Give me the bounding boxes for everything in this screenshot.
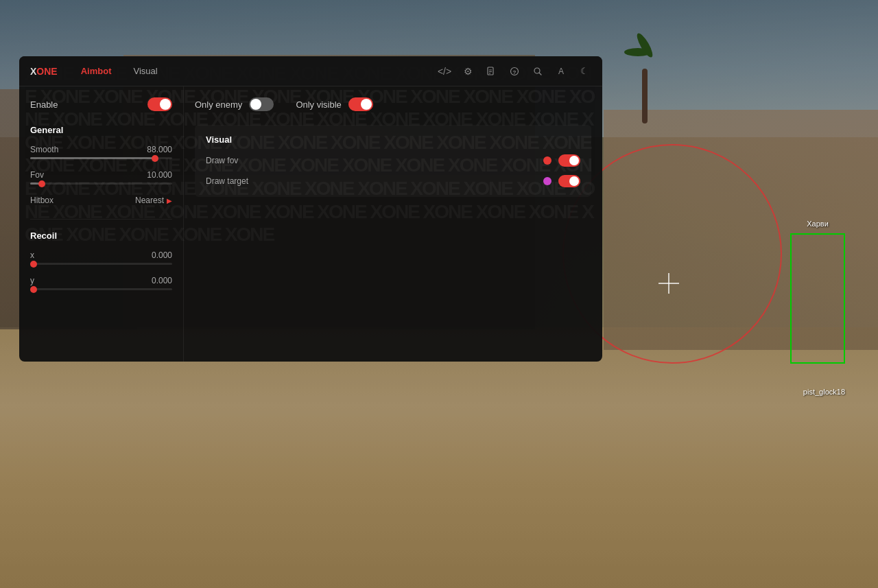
help-icon[interactable]: ? [508, 64, 521, 78]
logo-x: X [30, 66, 36, 77]
document-icon[interactable] [484, 64, 498, 78]
translate-icon[interactable]: A [554, 64, 568, 78]
visual-section-header: Visual [206, 134, 580, 145]
only-visible-control: Only visible [296, 97, 372, 111]
header-icons: </> ⚙ ? [438, 64, 591, 78]
recoil-y-label-row: y 0.000 [30, 276, 172, 285]
search-icon[interactable] [531, 64, 545, 78]
fov-row: Fov 10.000 [30, 170, 172, 185]
draw-target-row: Draw target [206, 175, 580, 187]
smooth-label: Smooth [30, 145, 58, 154]
gear-icon[interactable]: ⚙ [461, 64, 475, 78]
smooth-label-row: Smooth 88.000 [30, 145, 172, 154]
panel-content: Enable General Smooth 88.000 Fov [19, 86, 602, 362]
crosshair [658, 273, 679, 294]
logo: X ONE [30, 66, 58, 77]
recoil-header: Recoil [30, 231, 172, 241]
nav-tabs: Aimbot Visual [71, 62, 438, 80]
main-panel: XONE XONE XONE XONE XONE XONE XONE XONE … [19, 56, 602, 362]
hitbox-value-text: Nearest [135, 196, 164, 205]
recoil-y-value: 0.000 [152, 276, 172, 285]
right-panel: Only enemy Only visible Visual Draw fov [184, 86, 602, 362]
draw-fov-label: Draw fov [206, 156, 536, 165]
only-visible-label: Only visible [296, 99, 341, 110]
tab-aimbot[interactable]: Aimbot [71, 62, 121, 80]
hitbox-arrow-icon: ▶ [167, 197, 172, 204]
enable-label: Enable [30, 99, 58, 110]
only-enemy-control: Only enemy [195, 97, 274, 111]
enemy-name-label: Харви [807, 220, 829, 228]
hitbox-value[interactable]: Nearest ▶ [135, 196, 172, 205]
recoil-x-label: x [30, 250, 34, 260]
separator [30, 219, 172, 220]
top-controls: Only enemy Only visible [195, 97, 591, 111]
enable-row: Enable [30, 97, 172, 111]
recoil-section: Recoil x 0.000 y 0.000 [30, 231, 172, 290]
draw-target-label: Draw target [206, 176, 536, 186]
weapon-label: pist_glock18 [803, 388, 845, 396]
recoil-x-value: 0.000 [152, 250, 172, 260]
hitbox-row: Hitbox Nearest ▶ [30, 196, 172, 205]
recoil-y-track[interactable] [30, 288, 172, 290]
only-visible-toggle[interactable] [348, 97, 373, 111]
recoil-y-thumb[interactable] [30, 286, 37, 293]
enable-toggle[interactable] [147, 97, 172, 111]
tab-visual[interactable]: Visual [123, 62, 167, 80]
only-enemy-toggle[interactable] [249, 97, 274, 111]
smooth-row: Smooth 88.000 [30, 145, 172, 159]
draw-fov-color-dot[interactable] [543, 156, 551, 165]
enemy-esp-box: Харви [790, 233, 845, 364]
smooth-thumb[interactable] [152, 155, 158, 162]
draw-target-toggle[interactable] [558, 175, 580, 187]
recoil-y-row: y 0.000 [30, 276, 172, 290]
draw-fov-toggle[interactable] [558, 154, 580, 167]
fov-thumb[interactable] [38, 180, 45, 187]
only-enemy-label: Only enemy [195, 99, 242, 110]
recoil-x-row: x 0.000 [30, 250, 172, 265]
visual-section: Visual Draw fov Draw target [195, 125, 591, 197]
panel-header: X ONE Aimbot Visual </> ⚙ ? [19, 56, 602, 86]
hitbox-label: Hitbox [30, 196, 54, 205]
fov-value: 10.000 [147, 170, 172, 180]
recoil-x-track[interactable] [30, 263, 172, 265]
smooth-track[interactable] [30, 157, 172, 159]
recoil-y-label: y [30, 276, 34, 285]
fov-label-row: Fov 10.000 [30, 170, 172, 180]
svg-text:?: ? [513, 69, 517, 75]
code-icon[interactable]: </> [438, 64, 451, 78]
fov-track[interactable] [30, 183, 172, 185]
left-panel: Enable General Smooth 88.000 Fov [19, 86, 184, 362]
theme-icon[interactable]: ☾ [578, 64, 591, 78]
draw-fov-row: Draw fov [206, 154, 580, 167]
general-header: General [30, 125, 172, 135]
svg-line-7 [539, 73, 541, 75]
draw-target-color-dot[interactable] [543, 177, 551, 185]
recoil-x-thumb[interactable] [30, 261, 37, 268]
fov-label: Fov [30, 170, 44, 180]
recoil-x-label-row: x 0.000 [30, 250, 172, 260]
logo-one: ONE [36, 66, 57, 77]
smooth-value: 88.000 [147, 145, 172, 154]
smooth-fill [30, 157, 155, 159]
